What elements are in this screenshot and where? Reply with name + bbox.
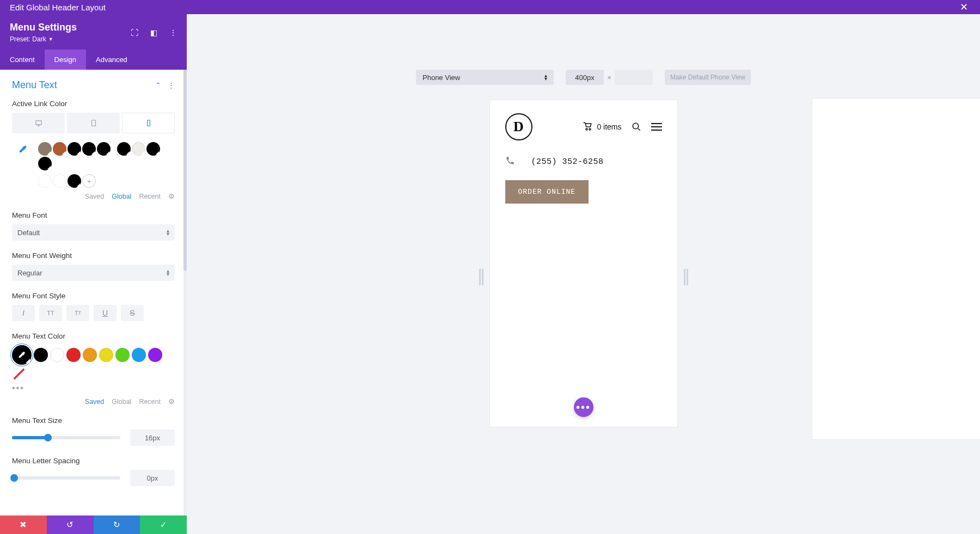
style-strikethrough[interactable]: S xyxy=(121,305,144,321)
device-tablet[interactable] xyxy=(67,113,120,133)
swatch[interactable] xyxy=(83,348,97,362)
label-menu-text-color: Menu Text Color xyxy=(12,332,175,340)
slider-letter-spacing[interactable] xyxy=(12,476,120,480)
label-menu-font: Menu Font xyxy=(12,211,175,219)
select-menu-font-weight[interactable]: Regular▴▾ xyxy=(12,265,175,281)
palette-tab-recent-2[interactable]: Recent xyxy=(139,398,161,406)
swatch[interactable] xyxy=(148,348,162,362)
svg-rect-1 xyxy=(91,120,95,126)
label-menu-text-size: Menu Text Size xyxy=(12,416,175,425)
text-color-swatches xyxy=(12,345,175,381)
phone-number: (255) 352-6258 xyxy=(531,157,604,167)
style-italic[interactable]: I xyxy=(12,305,35,321)
swatch[interactable] xyxy=(38,157,52,170)
palette-tab-saved-2[interactable]: Saved xyxy=(85,398,104,406)
palette-tab-global-2[interactable]: Global xyxy=(112,398,131,406)
order-online-button[interactable]: ORDER ONLINE xyxy=(505,180,589,204)
redo-button[interactable]: ↻ xyxy=(94,515,140,534)
swatch[interactable] xyxy=(38,174,52,188)
preset-selector[interactable]: Preset: Dark▼ xyxy=(10,35,77,43)
input-text-size[interactable] xyxy=(130,429,175,446)
undo-button[interactable]: ↺ xyxy=(47,515,94,534)
svg-rect-0 xyxy=(35,121,41,125)
swatch-none[interactable] xyxy=(12,367,26,381)
label-active-link-color: Active Link Color xyxy=(12,100,175,108)
swatch[interactable] xyxy=(38,142,52,156)
height-input[interactable] xyxy=(615,70,653,85)
label-menu-font-style: Menu Font Style xyxy=(12,292,175,300)
save-button[interactable]: ✓ xyxy=(140,515,187,534)
right-panel xyxy=(812,99,980,439)
dimension-x: × xyxy=(604,70,615,85)
svg-rect-2 xyxy=(147,120,150,126)
swatch[interactable] xyxy=(68,174,81,188)
gear-icon-2[interactable]: ⚙ xyxy=(168,397,175,406)
close-icon[interactable]: ✕ xyxy=(958,1,970,13)
make-default-view-button[interactable]: Make Default Phone View xyxy=(665,70,751,85)
active-link-swatches: + xyxy=(38,142,161,188)
swatch-selected[interactable] xyxy=(12,345,32,365)
slider-text-size[interactable] xyxy=(12,436,120,439)
view-selector[interactable]: Phone View▴▾ xyxy=(416,70,554,85)
gear-icon[interactable]: ⚙ xyxy=(168,192,175,200)
more-dots-icon[interactable]: ••• xyxy=(12,383,175,393)
fab-more[interactable]: ••• xyxy=(574,397,593,417)
canvas-toolbar: Phone View▴▾ × Make Default Phone View xyxy=(187,70,980,85)
tab-advanced[interactable]: Advanced xyxy=(86,50,137,70)
tab-content[interactable]: Content xyxy=(0,50,45,70)
eyedropper-icon[interactable] xyxy=(12,142,34,156)
swatch[interactable] xyxy=(50,348,64,362)
hamburger-icon[interactable] xyxy=(651,123,662,131)
swatch[interactable] xyxy=(53,174,66,188)
logo[interactable]: D xyxy=(505,113,532,140)
expand-icon[interactable]: ⛶ xyxy=(131,28,138,37)
select-menu-font[interactable]: Default▴▾ xyxy=(12,224,175,241)
swatch[interactable] xyxy=(132,348,146,362)
settings-sidebar: Menu Settings Preset: Dark▼ ⛶ ◧ ⋮ Conten… xyxy=(0,14,187,534)
palette-tab-recent[interactable]: Recent xyxy=(139,193,161,200)
width-input[interactable] xyxy=(566,70,604,85)
swatch[interactable] xyxy=(117,142,131,156)
swatch[interactable] xyxy=(82,142,96,156)
top-bar: Edit Global Header Layout ✕ xyxy=(0,0,980,14)
input-letter-spacing[interactable] xyxy=(130,470,175,486)
phone-icon xyxy=(505,156,515,168)
cancel-button[interactable]: ✖ xyxy=(0,515,47,534)
section-menu-text[interactable]: Menu Text ⌃⋮ xyxy=(12,79,175,91)
device-phone[interactable] xyxy=(122,113,175,133)
tab-design[interactable]: Design xyxy=(45,50,86,70)
swatch[interactable] xyxy=(115,348,130,362)
swatch[interactable] xyxy=(132,142,145,156)
layout-icon[interactable]: ◧ xyxy=(150,28,157,37)
swatch[interactable] xyxy=(53,142,66,156)
section-more-icon[interactable]: ⋮ xyxy=(168,81,175,89)
cart-label: 0 items xyxy=(597,122,621,131)
chevron-up-icon[interactable]: ⌃ xyxy=(155,81,161,89)
settings-header: Menu Settings Preset: Dark▼ ⛶ ◧ ⋮ xyxy=(0,14,187,50)
swatch[interactable] xyxy=(99,348,113,362)
style-underline[interactable]: U xyxy=(94,305,117,321)
cart[interactable]: 0 items xyxy=(583,122,621,132)
label-menu-font-weight: Menu Font Weight xyxy=(12,251,175,260)
swatch[interactable] xyxy=(66,348,81,362)
search-icon[interactable] xyxy=(632,122,641,132)
swatch[interactable] xyxy=(68,142,81,156)
section-title: Menu Text xyxy=(12,79,57,91)
swatch[interactable] xyxy=(34,348,48,362)
settings-tabs: Content Design Advanced xyxy=(0,50,187,70)
resize-handle-left[interactable] xyxy=(482,269,483,285)
canvas: Phone View▴▾ × Make Default Phone View D… xyxy=(187,14,980,534)
swatch[interactable] xyxy=(97,142,111,156)
resize-handle-right[interactable] xyxy=(684,269,685,285)
label-letter-spacing: Menu Letter Spacing xyxy=(12,457,175,465)
swatch[interactable] xyxy=(146,142,160,156)
device-desktop[interactable] xyxy=(12,113,65,133)
palette-tab-global[interactable]: Global xyxy=(112,193,131,200)
more-icon[interactable]: ⋮ xyxy=(169,28,177,37)
style-uppercase[interactable]: TT xyxy=(39,305,62,321)
palette-tab-saved[interactable]: Saved xyxy=(85,193,104,200)
add-swatch[interactable]: + xyxy=(82,174,96,188)
settings-title: Menu Settings xyxy=(10,22,77,33)
style-smallcaps[interactable]: TT xyxy=(66,305,89,321)
phone-preview: D 0 items (255) 352-6258 xyxy=(490,100,677,427)
